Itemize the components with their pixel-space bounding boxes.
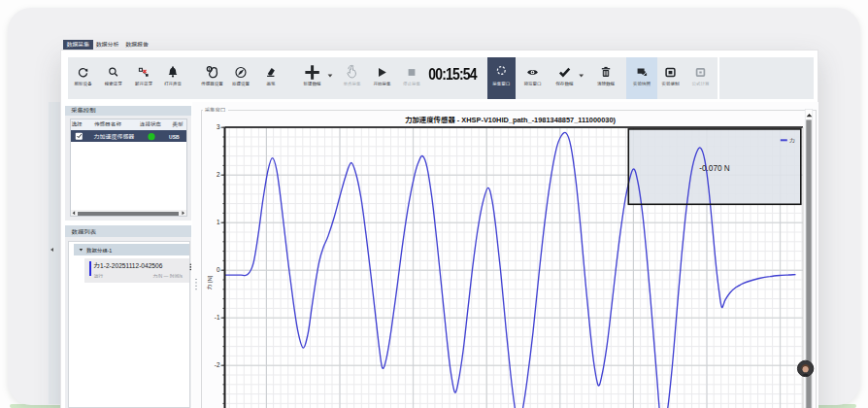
svg-text:选择: 选择 <box>71 120 83 128</box>
svg-text:刷新设备: 刷新设备 <box>75 81 92 86</box>
svg-text:USB: USB <box>169 133 180 140</box>
svg-text:连接状态: 连接状态 <box>140 120 162 128</box>
svg-text:0: 0 <box>217 265 220 274</box>
svg-text:数据列表: 数据列表 <box>72 227 97 236</box>
svg-text:公式计算: 公式计算 <box>692 81 710 86</box>
svg-text:预览窗口: 预览窗口 <box>524 81 542 86</box>
svg-text:清除数据: 清除数据 <box>597 81 615 86</box>
svg-text:采集控制: 采集控制 <box>71 106 96 115</box>
svg-text:力1-2-20251112-042506: 力1-2-20251112-042506 <box>94 260 163 270</box>
svg-text:-0.070 N: -0.070 N <box>699 161 729 173</box>
svg-text:采集窗口: 采集窗口 <box>492 81 510 86</box>
svg-text:力: 力 <box>789 136 795 145</box>
svg-text:打开声音: 打开声音 <box>164 81 182 86</box>
svg-text:实验录制: 实验录制 <box>662 81 680 86</box>
svg-text:力/N — 时间/s: 力/N — 时间/s <box>153 272 184 279</box>
svg-text:3: 3 <box>217 122 220 131</box>
svg-text:开始采集: 开始采集 <box>373 81 390 86</box>
svg-text:处理设置: 处理设置 <box>232 81 250 86</box>
svg-text:停止采集: 停止采集 <box>403 81 420 86</box>
svg-text:2: 2 <box>217 170 220 179</box>
svg-text:断开蓝牙: 断开蓝牙 <box>135 81 152 86</box>
svg-text:单点采集: 单点采集 <box>344 81 361 86</box>
svg-text:力加速度传感器: 力加速度传感器 <box>94 132 135 141</box>
svg-text:传感器名称: 传感器名称 <box>94 120 121 128</box>
svg-text:搜索蓝牙: 搜索蓝牙 <box>105 81 122 86</box>
svg-text:运行: 运行 <box>94 272 104 279</box>
svg-text:-1: -1 <box>215 313 220 322</box>
svg-text:新建数据: 新建数据 <box>304 81 321 86</box>
svg-text:1: 1 <box>217 218 220 226</box>
svg-text:力 [N]: 力 [N] <box>205 275 214 289</box>
svg-text:画笔: 画笔 <box>267 81 276 86</box>
svg-text:类型: 类型 <box>172 120 184 128</box>
svg-text:-2: -2 <box>215 360 220 369</box>
svg-text:传感器设置: 传感器设置 <box>201 81 223 86</box>
svg-text:数据分组-1: 数据分组-1 <box>86 247 112 255</box>
svg-text:保存数据: 保存数据 <box>556 81 574 86</box>
svg-text:力加速度传感器 - XHSP-V10HID_path_-19: 力加速度传感器 - XHSP-V10HID_path_-1981348857_1… <box>405 114 616 124</box>
svg-text:实验快照: 实验快照 <box>633 81 651 86</box>
